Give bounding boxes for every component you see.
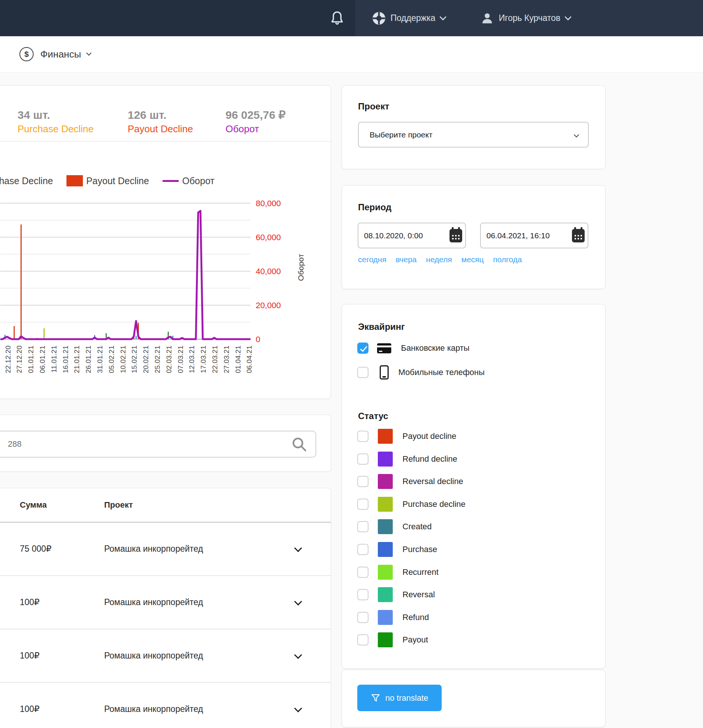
date-to-input[interactable]: 06.04.2021, 16:10	[480, 223, 588, 248]
row-project: Ромашка инкорпорейтед	[104, 576, 203, 629]
search-icon[interactable]	[292, 437, 307, 452]
finance-dashboard-page: Поддержка Игорь Курчатов $ Финансы 34 шт…	[0, 0, 703, 728]
status-option-label: Purchase	[402, 545, 437, 554]
quick-link-вчера[interactable]: вчера	[396, 255, 417, 264]
checkbox[interactable]	[357, 634, 368, 645]
quick-link-полгода[interactable]: полгода	[493, 255, 522, 264]
svg-text:21.01.21: 21.01.21	[73, 346, 81, 373]
row-expand-chevron-icon[interactable]	[294, 651, 302, 659]
acquiring-option[interactable]: Банковские карты	[357, 343, 470, 354]
checkbox[interactable]	[357, 499, 368, 510]
row-amount: 100₽	[20, 576, 40, 629]
chart-legend: Purchase Decline Payout Decline Оборот	[0, 175, 214, 186]
status-color-swatch	[378, 610, 393, 625]
calendar-icon[interactable]	[572, 229, 585, 242]
table-body: 75 000₽ Ромашка инкорпорейтед 100₽ Ромаш…	[0, 523, 331, 728]
status-option-label: Created	[402, 522, 432, 532]
checkbox[interactable]	[357, 431, 368, 442]
status-option[interactable]: Purchase	[357, 542, 437, 557]
svg-text:22.03.21: 22.03.21	[211, 346, 219, 373]
row-project: Ромашка инкорпорейтед	[104, 629, 203, 682]
checkbox[interactable]	[357, 567, 368, 578]
checkbox[interactable]	[357, 343, 368, 354]
svg-text:02.03.21: 02.03.21	[165, 346, 173, 373]
status-color-swatch	[378, 452, 393, 467]
svg-text:25.02.21: 25.02.21	[153, 346, 161, 373]
checkbox[interactable]	[357, 612, 368, 623]
legend-item[interactable]: Payout Decline	[66, 175, 149, 186]
status-option[interactable]: Recurrent	[357, 565, 439, 580]
svg-text:10.02.21: 10.02.21	[119, 346, 127, 373]
legend-swatch	[162, 180, 179, 182]
checkbox[interactable]	[357, 544, 368, 555]
calendar-icon[interactable]	[450, 229, 462, 242]
chevron-down-icon	[574, 132, 579, 137]
checkbox[interactable]	[357, 453, 368, 465]
checkbox[interactable]	[357, 476, 368, 487]
status-option[interactable]: Payout decline	[357, 429, 456, 444]
status-option-label: Purchase decline	[402, 499, 466, 509]
svg-text:05.02.21: 05.02.21	[108, 346, 115, 373]
status-color-swatch	[378, 632, 393, 647]
stat-label: Purchase Decline	[18, 122, 94, 136]
date-from-input[interactable]: 08.10.2020, 0:00	[358, 223, 466, 248]
column-header-amount: Сумма	[20, 488, 47, 522]
quick-link-неделя[interactable]: неделя	[426, 255, 452, 264]
svg-text:27.12.20: 27.12.20	[15, 346, 23, 373]
credit-card-icon	[377, 343, 391, 353]
turnover-chart: 020,00040,00060,00080,00022.12.2027.12.2…	[0, 195, 316, 383]
search-card	[0, 415, 331, 472]
row-amount: 100₽	[20, 683, 40, 728]
svg-text:15.02.21: 15.02.21	[130, 346, 138, 373]
project-title: Проект	[358, 101, 389, 112]
status-option[interactable]: Reversal decline	[357, 474, 463, 489]
checkbox[interactable]	[357, 589, 368, 600]
legend-label: Payout Decline	[86, 176, 149, 186]
apply-filter-label: no translate	[385, 693, 428, 703]
checkbox[interactable]	[357, 367, 368, 378]
period-title: Период	[358, 202, 392, 213]
status-option[interactable]: Purchase decline	[357, 497, 466, 512]
status-option-label: Payout	[402, 635, 428, 645]
chart-card: 34 шт. Purchase Decline 126 шт. Payout D…	[0, 85, 331, 399]
project-select[interactable]: Выберите проект	[358, 122, 589, 148]
transactions-table: Сумма Проект 75 000₽ Ромашка инкорпорейт…	[0, 488, 331, 728]
period-quick-links: сегоднявчеранеделямесяцполгода	[358, 255, 522, 264]
status-option[interactable]: Refund decline	[357, 452, 457, 467]
legend-item[interactable]: Оборот	[162, 176, 214, 186]
row-expand-chevron-icon[interactable]	[294, 704, 302, 712]
acquiring-option-label: Банковские карты	[401, 343, 470, 353]
checkbox[interactable]	[357, 521, 368, 532]
search-input[interactable]	[0, 431, 316, 458]
status-option[interactable]: Created	[357, 519, 432, 534]
date-from-value: 08.10.2020, 0:00	[364, 231, 423, 240]
status-option[interactable]: Refund	[357, 610, 429, 625]
row-expand-chevron-icon[interactable]	[294, 544, 302, 552]
svg-text:01.01.21: 01.01.21	[27, 346, 35, 373]
svg-text:12.03.21: 12.03.21	[188, 346, 196, 373]
legend-label: Purchase Decline	[0, 176, 53, 186]
table-row[interactable]: 100₽ Ромашка инкорпорейтед	[0, 576, 331, 629]
status-color-swatch	[378, 497, 393, 512]
svg-text:01.04.21: 01.04.21	[234, 346, 242, 373]
status-option[interactable]: Reversal	[357, 587, 435, 602]
table-row[interactable]: 100₽ Ромашка инкорпорейтед	[0, 683, 331, 728]
table-row[interactable]: 100₽ Ромашка инкорпорейтед	[0, 629, 331, 683]
acquiring-title: Эквайринг	[358, 322, 405, 332]
legend-item[interactable]: Purchase Decline	[0, 175, 53, 186]
quick-link-сегодня[interactable]: сегодня	[358, 255, 386, 264]
row-amount: 100₽	[20, 629, 40, 682]
row-expand-chevron-icon[interactable]	[294, 598, 302, 605]
period-filter-card: Период 08.10.2020, 0:00 06.04.2021, 16:1…	[342, 185, 606, 289]
stat-label: Оборот	[225, 122, 286, 136]
acquiring-option[interactable]: Мобильные телефоны	[357, 365, 485, 380]
apply-filter-button[interactable]: no translate	[357, 685, 442, 711]
status-option[interactable]: Payout	[357, 632, 428, 647]
status-color-swatch	[378, 429, 393, 444]
quick-link-месяц[interactable]: месяц	[461, 255, 484, 264]
row-project: Ромашка инкорпорейтед	[104, 523, 203, 575]
filter-funnel-icon	[371, 693, 380, 703]
divider	[0, 141, 331, 142]
status-option-label: Refund decline	[402, 454, 457, 464]
table-row[interactable]: 75 000₽ Ромашка инкорпорейтед	[0, 523, 331, 576]
